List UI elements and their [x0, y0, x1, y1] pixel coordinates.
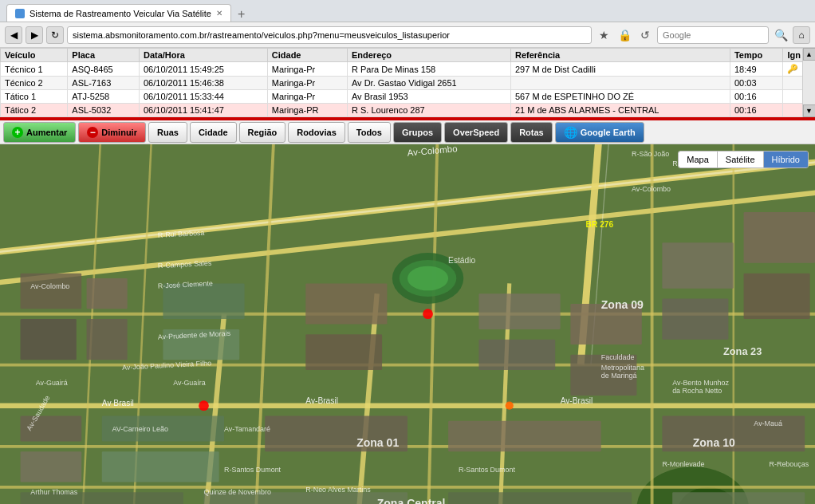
- svg-text:Metropolitana: Metropolitana: [601, 364, 644, 372]
- table-cell-5: 567 M de ESPETINHO DO ZÉ: [510, 90, 730, 104]
- table-cell-5: 297 M de Dist Cadilli: [510, 62, 730, 77]
- map-container: Av-Colombo BR-276 BR 276 BR 276 Av Brasi…: [0, 144, 815, 504]
- svg-text:Quinze de Novembro: Quinze de Novembro: [204, 488, 271, 496]
- browser-titlebar: Sistema de Rastreamento Veicular Via Sat…: [0, 0, 815, 22]
- plus-icon: +: [12, 127, 23, 138]
- streets-overlay: Av-Colombo BR-276 BR 276 BR 276 Av Brasi…: [0, 144, 815, 504]
- table-cell-4: Av Brasil 1953: [347, 90, 510, 104]
- svg-text:Arthur Thomas: Arthur Thomas: [30, 488, 77, 496]
- table-cell-6: 00:16: [730, 104, 782, 117]
- refresh-icon: ↻: [51, 30, 59, 41]
- svg-text:Av-Mauá: Av-Mauá: [754, 419, 782, 427]
- svg-rect-39: [662, 299, 728, 340]
- svg-rect-43: [21, 451, 82, 482]
- svg-text:R-Neo Alves Martins: R-Neo Alves Martins: [305, 486, 371, 494]
- vehicles-table: Veículo Placa Data/Hora Cidade Endereço …: [0, 48, 815, 117]
- main-content: Veículo Placa Data/Hora Cidade Endereço …: [0, 48, 815, 504]
- browser-navbar: ◀ ▶ ↻ ★ 🔒 ↺ 🔍 ⌂: [0, 22, 815, 48]
- svg-text:Av-Guairá: Av-Guairá: [36, 379, 68, 387]
- back-icon: ◀: [10, 30, 18, 41]
- map-toggle-mapa[interactable]: Mapa: [679, 152, 718, 167]
- svg-text:BR 276: BR 276: [586, 220, 614, 229]
- home-icon: ⌂: [798, 30, 804, 41]
- home-button[interactable]: ⌂: [793, 26, 810, 44]
- svg-text:R-São João: R-São João: [632, 150, 669, 158]
- diminuir-button[interactable]: −Diminuir: [78, 122, 146, 143]
- table-row[interactable]: Técnico 1ASQ-846506/10/2011 15:49:25Mari…: [1, 62, 815, 77]
- table-row[interactable]: Tático 2ASL-503206/10/2011 15:41:47Marin…: [1, 104, 815, 117]
- svg-rect-35: [478, 340, 555, 370]
- table-row[interactable]: Tático 1ATJ-525806/10/2011 15:33:44Marin…: [1, 90, 815, 104]
- table-cell-3: Maringa-Pr: [267, 90, 347, 104]
- svg-rect-38: [662, 242, 733, 288]
- table-cell-5: [510, 77, 730, 90]
- rotas-button[interactable]: Rotas: [510, 122, 553, 143]
- svg-text:Zona 09: Zona 09: [601, 298, 644, 311]
- svg-text:Zona 10: Zona 10: [693, 436, 735, 449]
- col-endereco: Endereço: [347, 49, 510, 62]
- url-bar[interactable]: [67, 26, 592, 44]
- lock-icon: 🔒: [616, 26, 633, 44]
- table-cell-6: 00:16: [730, 90, 782, 104]
- reload-icon[interactable]: ↺: [636, 26, 654, 44]
- scroll-down-button[interactable]: ▼: [803, 104, 816, 117]
- todos-button[interactable]: Todos: [348, 122, 391, 143]
- map-toggle-hibrido[interactable]: Híbrido: [764, 152, 808, 167]
- table-cell-1: ASL-5032: [68, 104, 140, 117]
- table-cell-2: 06/10/2011 15:41:47: [139, 104, 267, 117]
- grupos-button[interactable]: Grupos: [393, 122, 442, 143]
- regiao-button[interactable]: Região: [239, 122, 286, 143]
- tab-favicon: [15, 9, 25, 18]
- table-cell-6: 18:49: [730, 62, 782, 77]
- earth-icon: 🌐: [564, 126, 577, 139]
- star-icon[interactable]: ★: [595, 26, 612, 44]
- svg-text:Av-Brasil: Av-Brasil: [305, 396, 338, 405]
- table-cell-1: ASQ-8465: [68, 62, 140, 77]
- svg-text:AV-Carneiro Leão: AV-Carneiro Leão: [112, 425, 168, 433]
- table-cell-1: ASL-7163: [68, 77, 140, 90]
- forward-button[interactable]: ▶: [26, 26, 43, 44]
- map-view-toggle: Mapa Satélite Híbrido: [678, 151, 809, 168]
- svg-rect-47: [448, 421, 601, 451]
- svg-text:da Rocha Netto: da Rocha Netto: [672, 387, 722, 395]
- col-placa: Placa: [68, 49, 140, 62]
- svg-rect-52: [672, 492, 805, 504]
- table-cell-0: Técnico 1: [1, 62, 68, 77]
- tab-close-btn[interactable]: ✕: [216, 9, 222, 18]
- map-toggle-satelite[interactable]: Satélite: [718, 152, 764, 167]
- aumentar-button[interactable]: +Aumentar: [3, 122, 76, 143]
- svg-text:Zona 01: Zona 01: [356, 436, 399, 449]
- table-cell-3: Maringa-PR: [267, 104, 347, 117]
- table-cell-2: 06/10/2011 15:49:25: [139, 62, 267, 77]
- table-cell-4: R Para De Minas 158: [347, 62, 510, 77]
- scroll-up-button[interactable]: ▲: [803, 48, 816, 61]
- cidade-button[interactable]: Cidade: [190, 122, 237, 143]
- tab-title: Sistema de Rastreamento Veicular Via Sat…: [30, 9, 211, 18]
- svg-rect-32: [305, 283, 387, 324]
- google-earth-button[interactable]: 🌐Google Earth: [555, 122, 644, 143]
- back-button[interactable]: ◀: [5, 26, 22, 44]
- svg-text:Av-Colombo: Av-Colombo: [30, 282, 69, 290]
- table-header-row: Veículo Placa Data/Hora Cidade Endereço …: [1, 49, 815, 62]
- overspeed-button[interactable]: OverSpeed: [444, 122, 508, 143]
- table-cell-0: Tático 2: [1, 104, 68, 117]
- svg-text:de Maringá: de Maringá: [601, 372, 637, 380]
- table-row[interactable]: Técnico 2ASL-716306/10/2011 15:46:38Mari…: [1, 77, 815, 90]
- new-tab-button[interactable]: +: [234, 7, 248, 22]
- table-scrollbar[interactable]: ▲ ▼: [802, 48, 815, 117]
- ruas-button[interactable]: Ruas: [148, 122, 187, 143]
- search-icon[interactable]: 🔍: [772, 26, 789, 44]
- refresh-button[interactable]: ↻: [46, 26, 64, 44]
- rodovias-button[interactable]: Rodovias: [288, 122, 345, 143]
- search-input[interactable]: [657, 26, 769, 44]
- svg-text:Av-Bento Munhoz: Av-Bento Munhoz: [672, 379, 729, 387]
- svg-rect-23: [21, 274, 82, 309]
- browser-tab-active[interactable]: Sistema de Rastreamento Veicular Via Sat…: [6, 4, 231, 22]
- svg-text:Av-Colombo: Av-Colombo: [632, 185, 671, 193]
- table-cell-1: ATJ-5258: [68, 90, 140, 104]
- svg-text:R-Monlevade: R-Monlevade: [662, 460, 704, 468]
- table-cell-4: Av Dr. Gastao Vidigal 2651: [347, 77, 510, 90]
- table-wrapper: Veículo Placa Data/Hora Cidade Endereço …: [0, 48, 815, 119]
- svg-point-104: [506, 402, 514, 410]
- table-cell-5: 21 M de ABS ALARMES - CENTRAL: [510, 104, 730, 117]
